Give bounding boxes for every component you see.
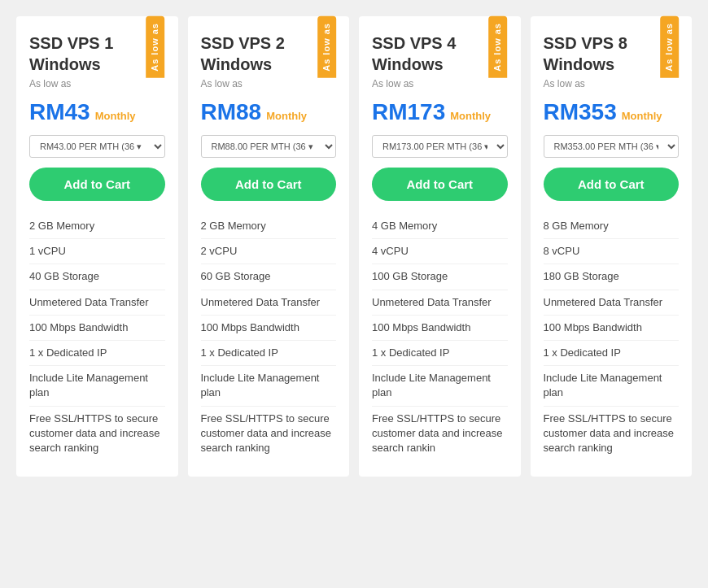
feature-item: 4 GB Memory bbox=[372, 214, 508, 239]
feature-item: Unmetered Data Transfer bbox=[372, 290, 508, 316]
features-list-vps2: 2 GB Memory2 vCPU60 GB StorageUnmetered … bbox=[201, 214, 337, 460]
feature-item: Include Lite Management plan bbox=[29, 366, 165, 406]
feature-item: 8 vCPU bbox=[544, 239, 680, 264]
badge-vps4: As low as bbox=[488, 16, 507, 78]
feature-item: Unmetered Data Transfer bbox=[201, 290, 337, 316]
feature-item: 100 Mbps Bandwidth bbox=[29, 316, 165, 341]
card-subtitle-vps8: As low as bbox=[544, 78, 680, 89]
price-period-vps4: Monthly bbox=[450, 110, 491, 122]
badge-vps8: As low as bbox=[660, 16, 679, 78]
price-select-vps2[interactable]: RM88.00 PER MTH (36 ▾ bbox=[201, 135, 337, 158]
add-to-cart-button-vps2[interactable]: Add to Cart bbox=[201, 168, 337, 201]
feature-item: Free SSL/HTTPS to secure customer data a… bbox=[201, 407, 337, 461]
feature-item: 60 GB Storage bbox=[201, 264, 337, 290]
price-period-vps1: Monthly bbox=[95, 110, 136, 122]
feature-item: 40 GB Storage bbox=[29, 264, 165, 290]
feature-item: 2 GB Memory bbox=[29, 214, 165, 239]
feature-item: Unmetered Data Transfer bbox=[29, 290, 165, 316]
feature-item: 1 x Dedicated IP bbox=[201, 341, 337, 366]
pricing-cards-container: As low asSSD VPS 1 WindowsAs low asRM43M… bbox=[16, 16, 692, 477]
features-list-vps1: 2 GB Memory1 vCPU40 GB StorageUnmetered … bbox=[29, 214, 165, 460]
feature-item: Free SSL/HTTPS to secure customer data a… bbox=[544, 407, 680, 461]
features-list-vps8: 8 GB Memory8 vCPU180 GB StorageUnmetered… bbox=[544, 214, 680, 460]
card-subtitle-vps1: As low as bbox=[29, 78, 165, 89]
price-period-vps8: Monthly bbox=[622, 110, 662, 122]
price-row-vps4: RM173Monthly bbox=[372, 99, 508, 125]
feature-item: Unmetered Data Transfer bbox=[544, 290, 680, 316]
feature-item: Free SSL/HTTPS to secure customer data a… bbox=[29, 407, 165, 461]
pricing-card-vps1: As low asSSD VPS 1 WindowsAs low asRM43M… bbox=[16, 16, 178, 477]
price-row-vps2: RM88Monthly bbox=[201, 99, 337, 125]
badge-vps2: As low as bbox=[317, 16, 336, 78]
feature-item: 2 vCPU bbox=[201, 239, 337, 264]
feature-item: 1 x Dedicated IP bbox=[544, 341, 680, 366]
card-title-vps4: SSD VPS 4 Windows bbox=[372, 33, 508, 75]
feature-item: Free SSL/HTTPS to secure customer data a… bbox=[372, 407, 508, 461]
price-select-vps8[interactable]: RM353.00 PER MTH (36 ▾ bbox=[544, 135, 680, 158]
add-to-cart-button-vps4[interactable]: Add to Cart bbox=[372, 168, 508, 201]
price-amount-vps2: RM88 bbox=[201, 99, 262, 125]
price-amount-vps4: RM173 bbox=[372, 99, 445, 125]
card-title-vps1: SSD VPS 1 Windows bbox=[29, 33, 165, 75]
feature-item: 180 GB Storage bbox=[544, 264, 680, 290]
pricing-card-vps8: As low asSSD VPS 8 WindowsAs low asRM353… bbox=[531, 16, 693, 477]
feature-item: 4 vCPU bbox=[372, 239, 508, 264]
feature-item: Include Lite Management plan bbox=[201, 366, 337, 406]
feature-item: 100 Mbps Bandwidth bbox=[372, 316, 508, 341]
feature-item: Include Lite Management plan bbox=[372, 366, 508, 406]
badge-vps1: As low as bbox=[146, 16, 164, 78]
price-select-vps4[interactable]: RM173.00 PER MTH (36 ▾ bbox=[372, 135, 508, 158]
feature-item: 100 Mbps Bandwidth bbox=[201, 316, 337, 341]
price-row-vps1: RM43Monthly bbox=[29, 99, 165, 125]
card-subtitle-vps2: As low as bbox=[201, 78, 337, 89]
feature-item: Include Lite Management plan bbox=[544, 366, 680, 406]
add-to-cart-button-vps8[interactable]: Add to Cart bbox=[544, 168, 680, 201]
price-row-vps8: RM353Monthly bbox=[544, 99, 680, 125]
price-amount-vps1: RM43 bbox=[29, 99, 90, 125]
feature-item: 1 x Dedicated IP bbox=[29, 341, 165, 366]
card-title-vps2: SSD VPS 2 Windows bbox=[201, 33, 337, 75]
feature-item: 2 GB Memory bbox=[201, 214, 337, 239]
feature-item: 100 GB Storage bbox=[372, 264, 508, 290]
features-list-vps4: 4 GB Memory4 vCPU100 GB StorageUnmetered… bbox=[372, 214, 508, 460]
add-to-cart-button-vps1[interactable]: Add to Cart bbox=[29, 168, 165, 201]
feature-item: 1 vCPU bbox=[29, 239, 165, 264]
feature-item: 100 Mbps Bandwidth bbox=[544, 316, 680, 341]
price-period-vps2: Monthly bbox=[266, 110, 307, 122]
pricing-card-vps4: As low asSSD VPS 4 WindowsAs low asRM173… bbox=[359, 16, 521, 477]
price-amount-vps8: RM353 bbox=[544, 99, 617, 125]
card-title-vps8: SSD VPS 8 Windows bbox=[544, 33, 680, 75]
feature-item: 1 x Dedicated IP bbox=[372, 341, 508, 366]
pricing-card-vps2: As low asSSD VPS 2 WindowsAs low asRM88M… bbox=[188, 16, 350, 477]
card-subtitle-vps4: As low as bbox=[372, 78, 508, 89]
feature-item: 8 GB Memory bbox=[544, 214, 680, 239]
price-select-vps1[interactable]: RM43.00 PER MTH (36 ▾ bbox=[29, 135, 165, 158]
